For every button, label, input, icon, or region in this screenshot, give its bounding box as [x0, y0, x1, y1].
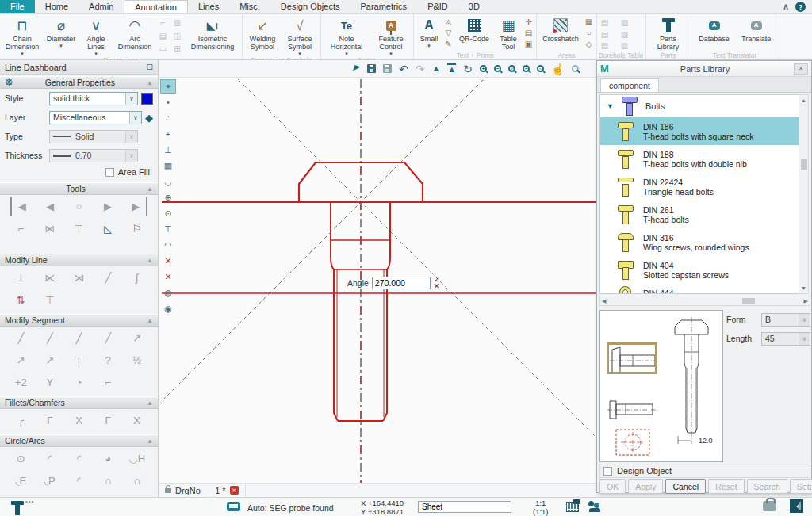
- modify-line-icon-5[interactable]: ∫: [127, 268, 147, 287]
- text-tool-icon-2[interactable]: ▽: [442, 28, 454, 38]
- tab-admin[interactable]: Admin: [79, 0, 124, 13]
- snap-icon-12[interactable]: ✕: [160, 254, 176, 268]
- scrollbar-thumb[interactable]: [742, 298, 755, 304]
- snap-icon-14[interactable]: ◍: [160, 285, 176, 300]
- translate-button[interactable]: A Translate: [736, 15, 777, 52]
- chain-dimension-button[interactable]: ⊓ Chain Dimension ▾: [2, 15, 43, 56]
- modify-seg2-icon-1[interactable]: ↗: [10, 350, 31, 369]
- zoom-previous-icon[interactable]: −: [523, 65, 530, 72]
- drawing-tab[interactable]: DrgNo___1 * ✕: [159, 484, 246, 497]
- angle-lines-button[interactable]: ∨ Angle Lines ▾: [79, 15, 113, 56]
- crosshatch-button[interactable]: Crosshatch: [538, 15, 583, 52]
- zoom-all-icon[interactable]: ▫: [537, 65, 544, 72]
- modify-seg2-icon-4[interactable]: ?: [98, 350, 118, 369]
- circle-icon-2[interactable]: ◜: [40, 449, 60, 468]
- form-select[interactable]: B ∨: [761, 313, 810, 327]
- modify-line-icon-4[interactable]: ╱: [98, 268, 118, 287]
- area-tool-icon-1[interactable]: ▦: [583, 17, 595, 27]
- design-object-checkbox[interactable]: [603, 467, 612, 476]
- tab-annotation[interactable]: Annotation: [124, 0, 188, 13]
- collapse-icon[interactable]: ▲: [147, 317, 153, 324]
- database-button[interactable]: A Database: [693, 15, 736, 52]
- select-arrow-icon[interactable]: [353, 64, 361, 72]
- snap-icon-6[interactable]: ▦: [160, 159, 176, 173]
- parts-item-din404[interactable]: DIN 404Slotted capstan screws: [600, 256, 799, 284]
- pin-icon[interactable]: ⊡: [147, 63, 153, 71]
- small-text-button[interactable]: A Small ▾: [416, 15, 442, 52]
- pan-hand-icon[interactable]: ☝: [551, 63, 565, 75]
- fillet-icon-2[interactable]: Γ: [40, 411, 60, 430]
- chevron-down-icon[interactable]: ∨: [125, 93, 137, 105]
- close-window-icon[interactable]: ✕: [794, 63, 808, 75]
- modify-line-header[interactable]: Modify Line ▲: [0, 254, 158, 266]
- scroll-left-icon[interactable]: ◀: [602, 298, 606, 304]
- borehole-tool-icon-3[interactable]: ▤: [599, 29, 611, 40]
- circle-icon-1[interactable]: ⊙: [10, 449, 31, 468]
- collapse-icon[interactable]: ▲: [147, 79, 153, 86]
- style-select[interactable]: solid thick ∨: [49, 92, 138, 105]
- parts-item-din22424[interactable]: DIN 22424Triangle head bolts: [600, 173, 799, 201]
- preview-thumbnail-selected[interactable]: [607, 342, 657, 374]
- circle2-icon-5[interactable]: ∩: [127, 471, 147, 490]
- note-horizontal-button[interactable]: Te Note Horizontal ▾: [323, 15, 370, 56]
- scrollbar-thumb[interactable]: [801, 159, 807, 170]
- circle-icon-5[interactable]: ◡H: [127, 449, 147, 468]
- ok-button[interactable]: OK: [599, 479, 626, 494]
- dimension-tool-icon-1[interactable]: ⌐: [157, 17, 169, 28]
- circle2-icon-3[interactable]: ◜: [68, 471, 89, 490]
- modify-seg-icon-1[interactable]: ╱: [10, 328, 31, 347]
- snap-icon-10[interactable]: ⊤: [160, 222, 176, 236]
- fillets-header[interactable]: Fillets/Chamfers ▲: [0, 396, 158, 409]
- move-top-icon[interactable]: ▲: [447, 63, 456, 74]
- snap-icon-15[interactable]: ◉: [160, 301, 176, 315]
- tools2-icon-1[interactable]: ⌐: [10, 219, 31, 238]
- tools2-icon-5[interactable]: ⚐: [127, 219, 147, 238]
- collapse-panel-icon[interactable]: [790, 499, 803, 513]
- tree-expand-icon[interactable]: ▼: [607, 102, 614, 110]
- modify-seg3-icon-1[interactable]: +2: [10, 373, 31, 392]
- mailbag-icon[interactable]: [763, 501, 776, 511]
- prim-tool-icon-2[interactable]: ▤: [523, 28, 534, 38]
- angle-input[interactable]: [372, 277, 431, 289]
- modify-line2-icon-1[interactable]: ⇅: [10, 290, 31, 309]
- fillet-icon-5[interactable]: X: [127, 411, 147, 430]
- tools2-icon-2[interactable]: ⋈: [40, 219, 60, 238]
- snap-icon-2[interactable]: •: [160, 95, 176, 109]
- move-up-icon[interactable]: ▲: [431, 64, 440, 73]
- collapse-icon[interactable]: ▲: [147, 185, 153, 193]
- scroll-up-icon[interactable]: ▲: [799, 95, 808, 105]
- layer-select[interactable]: Miscellaneous ∨: [49, 111, 142, 124]
- diameter-button[interactable]: ⌀ Diameter ▾: [43, 15, 79, 56]
- collapse-icon[interactable]: ▲: [147, 257, 153, 264]
- scale-display[interactable]: 1:1 (1:1): [533, 499, 549, 516]
- tab-parametrics[interactable]: Parametrics: [350, 0, 417, 13]
- chevron-down-icon[interactable]: ∨: [129, 112, 141, 124]
- refresh-icon[interactable]: ↻: [463, 63, 473, 75]
- modify-seg3-icon-4[interactable]: ⌐: [98, 373, 118, 392]
- modify-seg-icon-5[interactable]: ↗: [127, 328, 147, 347]
- tab-pid[interactable]: P&ID: [417, 0, 458, 13]
- collapse-ribbon-icon[interactable]: ∧: [783, 2, 789, 12]
- snap-icon-8[interactable]: ⊕: [160, 190, 176, 204]
- borehole-tool-icon-5[interactable]: ▤: [599, 40, 611, 51]
- modify-segment-header[interactable]: Modify Segment ▲: [0, 314, 158, 327]
- cancel-button[interactable]: Cancel: [665, 479, 706, 494]
- layer-stack-icon[interactable]: ◆: [145, 112, 153, 124]
- length-select[interactable]: 45 ∨: [761, 332, 810, 346]
- zoom-select-icon[interactable]: [572, 65, 579, 72]
- tab-misc[interactable]: Misc.: [229, 0, 270, 13]
- undo-icon[interactable]: ↶: [399, 63, 408, 75]
- borehole-tool-icon-6[interactable]: ▥: [619, 40, 630, 51]
- cancel-x-icon[interactable]: ✕: [434, 283, 440, 289]
- scroll-right-icon[interactable]: ▶: [804, 298, 808, 304]
- tools-icon-5[interactable]: ▶: [127, 197, 147, 216]
- tab-design-objects[interactable]: Design Objects: [270, 0, 350, 13]
- text-tool-icon-1[interactable]: ◬: [442, 17, 454, 27]
- welding-symbol-button[interactable]: ↙ Welding Symbol: [244, 15, 281, 56]
- tab-3d[interactable]: 3D: [458, 0, 490, 13]
- tab-file[interactable]: File: [0, 0, 35, 13]
- area-tool-icon-3[interactable]: ◇: [583, 39, 595, 49]
- snap-icon-3[interactable]: ∴: [160, 111, 176, 125]
- snap-icon-11[interactable]: ◠: [160, 238, 176, 252]
- area-tool-icon-2[interactable]: ○: [583, 28, 595, 38]
